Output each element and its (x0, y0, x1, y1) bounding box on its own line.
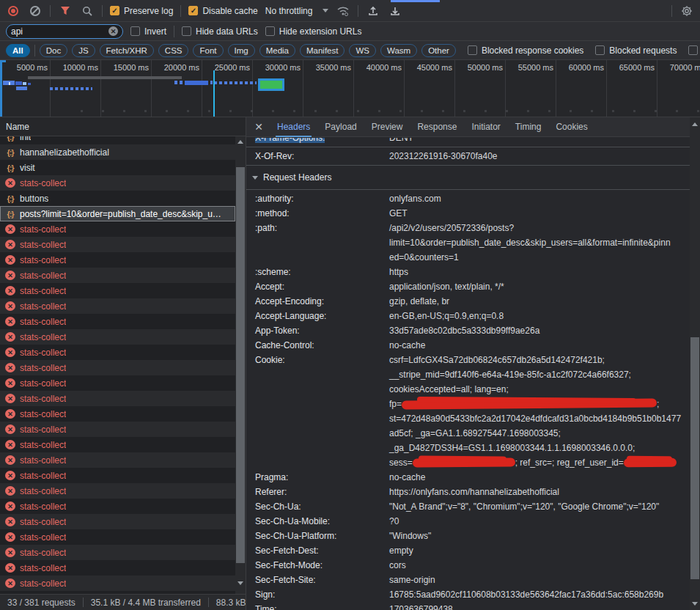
header-row: Accept:application/json, text/plain, */* (246, 279, 690, 294)
failed-request-icon: ✕ (5, 455, 15, 465)
tab-payload[interactable]: Payload (317, 117, 364, 137)
request-row[interactable]: ✕stats-collect (0, 483, 235, 499)
type-filter-css[interactable]: CSS (158, 44, 189, 57)
request-row[interactable]: ✕stats-collect (0, 437, 235, 452)
hide-data-urls-checkbox[interactable]: Hide data URLs (182, 26, 258, 37)
header-name: Accept-Encoding: (255, 294, 389, 309)
request-row[interactable]: ✕stats-collect (0, 452, 235, 468)
request-row[interactable]: ✕stats-collect (0, 529, 235, 545)
tab-timing[interactable]: Timing (508, 117, 549, 137)
tab-headers[interactable]: Headers (270, 117, 317, 137)
overview-activity (16, 87, 27, 90)
overview-activity (214, 81, 257, 84)
type-filter-ws[interactable]: WS (349, 44, 376, 57)
filter-checkbox-blocked-response-cookies[interactable]: Blocked response cookies (468, 45, 583, 56)
request-rows: {:}init{:}hannahelizabethofficial{:}visi… (0, 136, 235, 594)
request-row[interactable]: ✕stats-collect (0, 422, 235, 437)
type-filter-img[interactable]: Img (228, 44, 255, 57)
clear-icon (30, 6, 40, 16)
overview-activity (9, 82, 10, 85)
request-row[interactable]: ✕stats-collect (0, 560, 235, 576)
network-overview[interactable]: 5000 ms10000 ms15000 ms20000 ms25000 ms3… (0, 60, 700, 117)
request-row[interactable]: {:}buttons (0, 191, 235, 206)
scroll-down-button[interactable] (235, 578, 246, 588)
type-filter-media[interactable]: Media (259, 44, 295, 57)
request-row[interactable]: ✕stats-collect (0, 237, 235, 252)
name-column-header[interactable]: Name (0, 117, 246, 136)
filter-checkbox-blocked-requests[interactable]: Blocked requests (595, 45, 677, 56)
checkbox-checked-icon: ✓ (188, 6, 198, 15)
timeline-ticks: 5000 ms10000 ms15000 ms20000 ms25000 ms3… (0, 60, 700, 117)
type-filter-other[interactable]: Other (421, 44, 456, 57)
request-row[interactable]: ✕stats-collect (0, 360, 235, 375)
invert-checkbox[interactable]: Invert (130, 26, 166, 37)
tab-preview[interactable]: Preview (364, 117, 410, 137)
filter-input[interactable] (11, 26, 106, 37)
request-row[interactable]: ✕stats-collect (0, 314, 235, 329)
scroll-up-button[interactable] (690, 119, 700, 129)
request-row[interactable]: {:}init (0, 136, 235, 144)
request-row[interactable]: ✕stats-collect (0, 391, 235, 406)
request-row[interactable]: ✕stats-collect (0, 221, 235, 237)
request-row[interactable]: ✕stats-collect (0, 283, 235, 298)
request-name: stats-collect (20, 332, 66, 342)
clear-button[interactable] (28, 4, 43, 18)
import-har-button[interactable] (366, 4, 380, 18)
settings-button[interactable] (679, 4, 694, 18)
type-filter-js[interactable]: JS (72, 44, 95, 57)
preserve-log-checkbox[interactable]: ✓ Preserve log (110, 6, 173, 16)
request-row[interactable]: ✕stats-collect (0, 576, 235, 591)
request-row[interactable]: ✕stats-collect (0, 375, 235, 391)
section-collapse-icon (252, 176, 258, 180)
hide-extension-urls-checkbox[interactable]: Hide extension URLs (265, 26, 362, 37)
export-har-button[interactable] (388, 4, 402, 18)
type-filter-doc[interactable]: Doc (40, 44, 67, 57)
type-filter-fetch-xhr[interactable]: Fetch/XHR (100, 44, 154, 57)
search-button[interactable] (80, 4, 95, 18)
request-row[interactable]: {:}hannahelizabethofficial (0, 144, 235, 160)
tab-response[interactable]: Response (410, 117, 464, 137)
request-row[interactable]: {:}visit (0, 160, 235, 175)
filter-toggle-button[interactable] (58, 4, 73, 18)
clear-filter-icon[interactable]: ✕ (108, 26, 118, 36)
timeline-tick: 60000 ms (556, 60, 607, 117)
request-row[interactable]: {:}posts?limit=10&order=publish_date_des… (0, 206, 235, 221)
scroll-up-button[interactable] (235, 136, 246, 147)
request-row[interactable]: ✕stats-collect (0, 329, 235, 345)
request-row[interactable]: ✕stats-collect (0, 252, 235, 268)
tab-initiator[interactable]: Initiator (464, 117, 507, 137)
record-button[interactable] (6, 4, 21, 18)
scrollbar-thumb[interactable] (236, 167, 245, 563)
request-row[interactable]: ✕stats-collect (0, 298, 235, 314)
network-conditions-button[interactable] (336, 4, 350, 18)
tab-cookies[interactable]: Cookies (548, 117, 594, 137)
request-row[interactable]: ✕stats-collect (0, 406, 235, 422)
type-filter-manifest[interactable]: Manifest (300, 44, 345, 57)
status-divider (83, 598, 84, 607)
request-row[interactable]: ✕stats-collect (0, 468, 235, 483)
request-headers-section-header[interactable]: Request Headers (246, 167, 690, 188)
request-row[interactable]: ✕stats-collect (0, 175, 235, 191)
header-row: App-Token:33d57ade8c02dbc5a333db99ff9ae2… (246, 323, 690, 338)
header-name: Pragma: (255, 470, 389, 485)
header-value: empty (389, 543, 690, 558)
type-filter-all[interactable]: All (6, 44, 30, 57)
disable-cache-checkbox[interactable]: ✓ Disable cache (188, 6, 257, 16)
request-name: stats-collect (20, 271, 66, 281)
header-row: :authority:onlyfans.com (246, 191, 690, 206)
filter-checkbox-3rd-party-requests[interactable]: 3rd-party requests (688, 45, 700, 56)
throttling-dropdown[interactable]: No throttling (265, 6, 329, 16)
request-row[interactable]: ✕stats-collect (0, 545, 235, 560)
timeline-tick: 35000 ms (303, 60, 354, 117)
request-row[interactable]: ✕stats-collect (0, 514, 235, 529)
scroll-down-button[interactable] (690, 598, 700, 609)
header-row: Time:1703636799438 (246, 602, 690, 610)
close-detail-button[interactable]: ✕ (251, 119, 267, 135)
type-filter-wasm[interactable]: Wasm (380, 44, 417, 57)
type-filter-font[interactable]: Font (193, 44, 223, 57)
timeline-tick: 25000 ms (202, 60, 253, 117)
scrollbar-thumb[interactable] (690, 337, 699, 579)
request-row[interactable]: ✕stats-collect (0, 345, 235, 360)
request-row[interactable]: ✕stats-collect (0, 499, 235, 514)
request-row[interactable]: ✕stats-collect (0, 268, 235, 283)
